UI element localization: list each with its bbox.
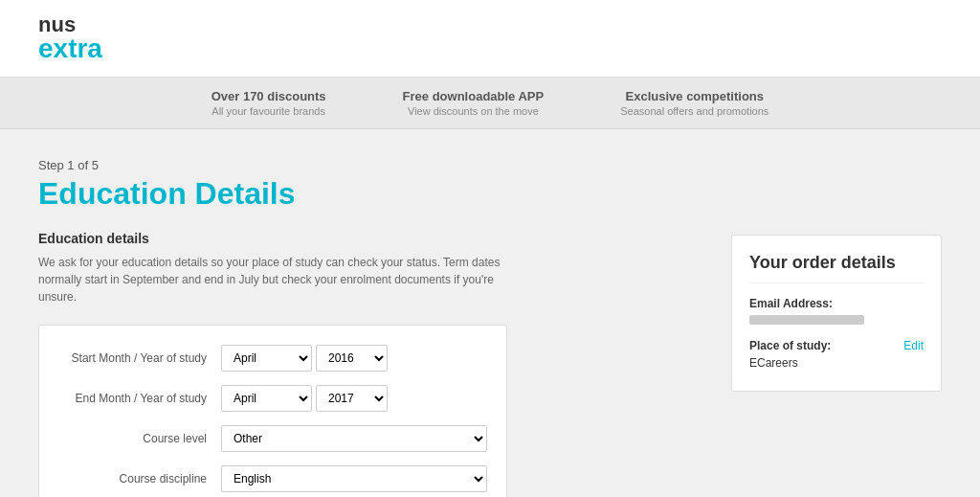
feature-discounts-sub: All your favourite brands [212, 105, 326, 117]
end-date-row: End Month / Year of study JanuaryFebruar… [58, 385, 487, 412]
start-month-select[interactable]: JanuaryFebruaryMarch AprilMayJune JulyAu… [221, 345, 312, 372]
feature-competitions-title: Exclusive competitions [620, 89, 768, 103]
course-discipline-controls: EnglishScienceArts BusinessLawMedicineEn… [221, 465, 487, 492]
page-title: Education Details [38, 176, 702, 212]
course-discipline-label: Course discipline [58, 472, 221, 486]
email-label: Email Address: [749, 297, 924, 310]
feature-competitions-sub: Seasonal offers and promotions [620, 105, 768, 117]
place-row: Place of study: ECareers Edit [749, 339, 924, 370]
course-discipline-select[interactable]: EnglishScienceArts BusinessLawMedicineEn… [221, 465, 487, 492]
email-value [749, 314, 924, 328]
main-content: Step 1 of 5 Education Details Education … [0, 129, 980, 497]
content-left: Step 1 of 5 Education Details Education … [38, 158, 702, 497]
feature-app-sub: View discounts on the move [403, 105, 545, 117]
course-discipline-row: Course discipline EnglishScienceArts Bus… [58, 465, 487, 492]
feature-app-title: Free downloadable APP [403, 89, 545, 103]
feature-discounts: Over 170 discounts All your favourite br… [212, 89, 326, 117]
start-year-select[interactable]: 20142015 201620172018 [316, 345, 388, 372]
feature-app: Free downloadable APP View discounts on … [403, 89, 545, 117]
end-label: End Month / Year of study [58, 392, 221, 405]
course-level-row: Course level UndergraduatePostgraduatePh… [58, 425, 487, 452]
start-controls: JanuaryFebruaryMarch AprilMayJune JulyAu… [221, 345, 487, 372]
section-title: Education details [38, 231, 702, 246]
logo-nus: nus [38, 14, 102, 35]
place-label-wrapper: Place of study: ECareers [749, 339, 831, 370]
end-year-select[interactable]: 20152016 201720182019 [316, 385, 388, 412]
logo-extra: extra [38, 35, 102, 62]
step-label: Step 1 of 5 [38, 158, 702, 172]
course-level-select[interactable]: UndergraduatePostgraduatePhD OtherFounda… [221, 425, 487, 452]
feature-discounts-title: Over 170 discounts [212, 89, 326, 103]
start-date-row: Start Month / Year of study JanuaryFebru… [58, 345, 487, 372]
header: nus extra [0, 0, 980, 78]
end-controls: JanuaryFebruaryMarch AprilMayJune JulyAu… [221, 385, 487, 412]
order-panel: Your order details Email Address: Place … [731, 235, 942, 392]
logo-area: nus extra [38, 14, 942, 62]
edit-link[interactable]: Edit [903, 339, 924, 352]
section-desc: We ask for your education details so you… [38, 254, 507, 305]
logo: nus extra [38, 14, 102, 62]
feature-competitions: Exclusive competitions Seasonal offers a… [620, 89, 768, 117]
start-label: Start Month / Year of study [58, 351, 221, 365]
course-level-label: Course level [58, 432, 221, 445]
place-value: ECareers [749, 356, 831, 370]
course-level-controls: UndergraduatePostgraduatePhD OtherFounda… [221, 425, 487, 452]
order-title: Your order details [749, 253, 924, 283]
education-form: Start Month / Year of study JanuaryFebru… [38, 325, 507, 497]
end-month-select[interactable]: JanuaryFebruaryMarch AprilMayJune JulyAu… [221, 385, 312, 412]
feature-bar: Over 170 discounts All your favourite br… [0, 78, 980, 129]
place-label: Place of study: [749, 339, 831, 352]
